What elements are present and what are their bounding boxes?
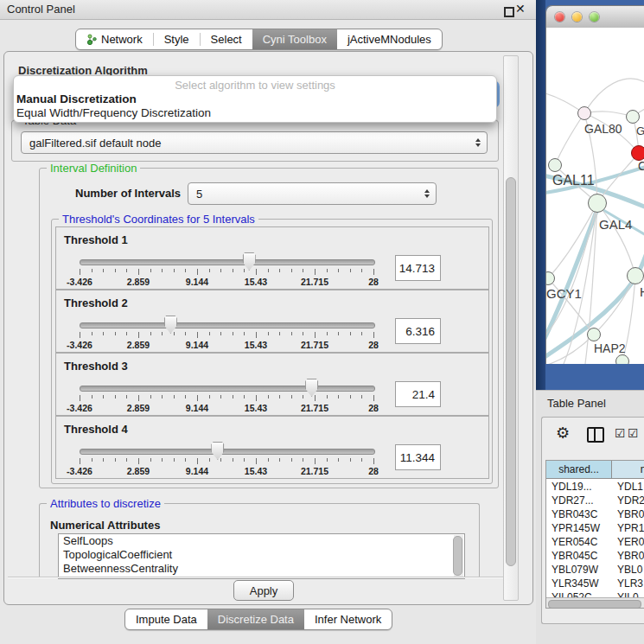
network-node[interactable]	[588, 194, 607, 213]
list-scrollbar[interactable]	[454, 535, 463, 577]
top-tab-bar: NetworkStyleSelectCyni ToolboxjActiveMNo…	[75, 29, 443, 50]
table-row[interactable]: YPR145WYPR1	[546, 521, 644, 535]
table-cell[interactable]: YLR3	[617, 577, 644, 590]
dropdown-item-manual-discretization[interactable]: Manual Discretization	[16, 92, 494, 106]
slider-track[interactable]	[80, 322, 375, 328]
slider-thumb[interactable]	[305, 379, 318, 397]
table-cell[interactable]: YBR045C	[552, 549, 612, 563]
slider-track[interactable]	[80, 259, 375, 265]
scale-tick	[361, 269, 362, 272]
table-cell[interactable]: YDL1	[617, 480, 644, 494]
threshold-value-field[interactable]: 6.316	[395, 318, 441, 344]
scale-tick	[244, 332, 245, 335]
window-zoom-icon[interactable]	[590, 12, 599, 22]
network-window-titlebar[interactable]	[546, 6, 644, 29]
node-table[interactable]: shared...na YDL19...YDL1YDR27...YDR2YBR0…	[545, 460, 644, 609]
tab-network[interactable]: Network	[76, 29, 153, 49]
table-cell[interactable]: YBR0	[617, 507, 644, 521]
threshold-label: Threshold 4	[64, 423, 128, 436]
network-node[interactable]	[627, 267, 644, 284]
table-row[interactable]: YDR27...YDR2	[546, 494, 644, 507]
table-cell[interactable]: YPR1	[617, 521, 644, 535]
table-cell[interactable]: YLR345W	[552, 577, 612, 590]
network-canvas[interactable]: GAL80GACGAL11GAL4GCY1HHAP2	[546, 28, 644, 364]
bottom-tab-impute-data[interactable]: Impute Data	[125, 609, 207, 629]
scale-tick	[303, 269, 303, 272]
network-node[interactable]	[587, 328, 601, 341]
table-cell[interactable]: YPR145W	[552, 521, 612, 535]
slider-thumb[interactable]	[243, 252, 256, 271]
tab-jactivemnodules[interactable]: jActiveMNodules	[337, 29, 442, 49]
close-icon[interactable]: ✕	[515, 2, 526, 16]
bottom-tab-discretize-data[interactable]: Discretize Data	[207, 609, 304, 629]
table-cell[interactable]: YDR27...	[552, 494, 612, 507]
window-close-icon[interactable]	[555, 12, 564, 22]
threshold-value-field[interactable]: 14.713	[395, 255, 441, 281]
table-cell[interactable]: YER0	[617, 535, 644, 549]
threshold-value-field[interactable]: 21.4	[395, 381, 441, 407]
slider-track[interactable]	[80, 386, 375, 392]
network-node[interactable]	[626, 110, 640, 124]
table-cell[interactable]: YBR043C	[552, 507, 612, 521]
table-row[interactable]: YER054CYER0	[546, 535, 644, 549]
scale-tick	[209, 395, 210, 399]
column-header-0[interactable]: shared...	[546, 461, 612, 479]
network-node[interactable]	[577, 106, 591, 120]
table-cell[interactable]: YER054C	[552, 535, 612, 549]
table-cell[interactable]: YDL19...	[552, 480, 612, 494]
table-scrollbar-thumb[interactable]	[548, 600, 641, 609]
network-node[interactable]	[615, 354, 629, 364]
table-row[interactable]: YBR045CYBR0	[546, 549, 644, 563]
threshold-value-field[interactable]: 11.344	[395, 444, 441, 470]
slider-scale: -3.4262.8599.14415.4321.71528	[80, 395, 373, 412]
tab-cyni-toolbox[interactable]: Cyni Toolbox	[252, 29, 337, 49]
attribute-item-topologicalcoefficient[interactable]: TopologicalCoefficient	[59, 548, 464, 562]
tab-select[interactable]: Select	[201, 29, 252, 49]
numerical-attributes-list[interactable]: SelfLoopsTopologicalCoefficientBetweenne…	[58, 533, 465, 579]
table-horizontal-scrollbar[interactable]	[546, 597, 644, 609]
scale-tick	[185, 269, 186, 272]
scale-tick	[303, 332, 303, 335]
table-panel-body: ⚙ ☑ ☑ shared...na YDL19...YDL1YDR27...YD…	[541, 417, 644, 624]
settings-scrollbar[interactable]	[503, 55, 519, 601]
table-row[interactable]: YBL079WYBL0	[546, 563, 644, 577]
apply-button[interactable]: Apply	[233, 580, 294, 601]
scale-tick	[174, 269, 175, 272]
list-scrollbar-thumb[interactable]	[453, 536, 462, 576]
float-panel-icon[interactable]	[504, 7, 514, 17]
table-row[interactable]: YBR043CYBR0	[546, 507, 644, 521]
scale-tick	[256, 395, 257, 401]
table-cell[interactable]: YBR0	[617, 549, 644, 563]
attribute-item-betweennesscentrality[interactable]: BetweennessCentrality	[59, 562, 464, 576]
dropdown-item-equal-width-frequency-discretization[interactable]: Equal Width/Frequency Discretization	[16, 106, 494, 120]
checkbox-icon[interactable]: ☑	[628, 426, 639, 440]
table-row[interactable]: YDL19...YDL1	[546, 480, 644, 494]
table-cell[interactable]: YDR2	[617, 494, 644, 507]
table-cell[interactable]: YBL0	[617, 563, 644, 577]
checkbox-icon[interactable]: ☑	[615, 426, 626, 440]
scale-tick	[256, 269, 257, 275]
tab-style[interactable]: Style	[154, 29, 200, 49]
slider-thumb[interactable]	[164, 316, 177, 334]
settings-scrollbar-thumb[interactable]	[506, 177, 516, 566]
control-panel-body: Discretization Algorithm Select algorith…	[3, 51, 533, 605]
network-node[interactable]	[548, 158, 562, 172]
num-intervals-combobox[interactable]: 5	[188, 182, 437, 205]
scale-tick	[279, 269, 280, 272]
settings-gear-icon[interactable]: ⚙	[556, 424, 570, 443]
split-pane-icon[interactable]	[587, 427, 604, 443]
network-view-window: GAL80GACGAL11GAL4GCY1HHAP2	[545, 5, 644, 364]
window-minimize-icon[interactable]	[572, 12, 582, 22]
slider-thumb[interactable]	[211, 442, 224, 460]
table-row[interactable]: YLR345WYLR3	[546, 577, 644, 590]
bottom-tab-infer-network[interactable]: Infer Network	[304, 609, 392, 629]
table-data-combobox[interactable]: galFiltered.sif default node	[21, 131, 488, 154]
slider-track[interactable]	[80, 449, 375, 455]
scale-tick	[126, 332, 127, 335]
column-header-1[interactable]: na	[612, 461, 644, 479]
table-cell[interactable]: YBL079W	[552, 563, 612, 577]
attribute-item-selfloops[interactable]: SelfLoops	[59, 534, 464, 548]
node-label-gal11: GAL11	[552, 173, 595, 188]
scale-tick	[279, 395, 280, 399]
node-label-gcy1: GCY1	[546, 286, 582, 301]
